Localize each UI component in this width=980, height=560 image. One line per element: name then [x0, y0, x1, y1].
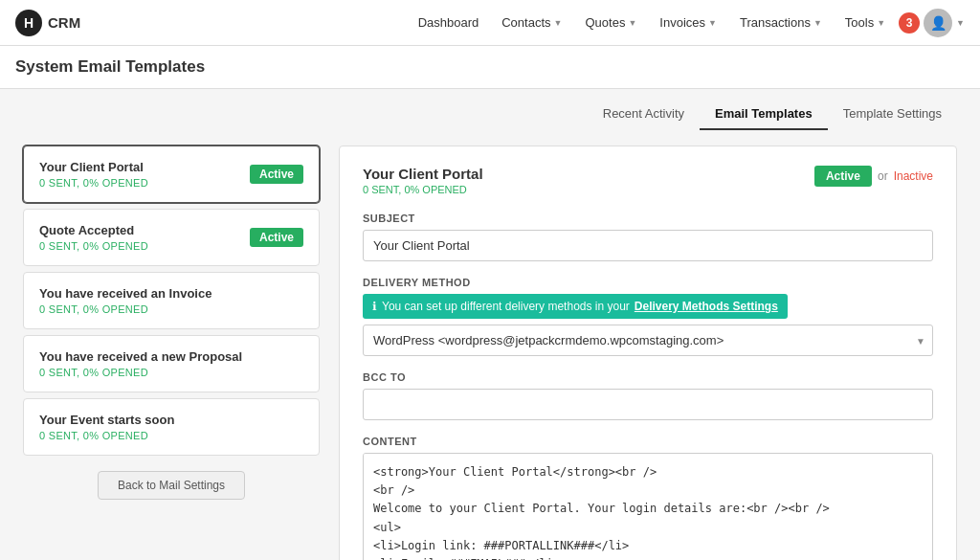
template-list: Your Client Portal 0 SENT, 0% OPENED Act…: [23, 146, 320, 560]
active-badge-0: Active: [250, 165, 303, 184]
contacts-dropdown-icon: ▼: [554, 18, 563, 28]
subject-section: SUBJECT: [363, 213, 933, 261]
tab-recent-activity[interactable]: Recent Activity: [588, 99, 700, 130]
template-meta-1: 0 SENT, 0% OPENED: [39, 240, 148, 252]
detail-title: Your Client Portal: [363, 166, 483, 182]
nav-quotes[interactable]: Quotes ▼: [575, 10, 646, 35]
main-content: Recent Activity Email Templates Template…: [0, 89, 980, 560]
tab-email-templates[interactable]: Email Templates: [700, 99, 828, 130]
content-label: CONTENT: [363, 436, 933, 447]
detail-header: Your Client Portal 0 SENT, 0% OPENED Act…: [363, 166, 933, 195]
delivery-notice-text: You can set up different delivery method…: [382, 300, 630, 313]
avatar[interactable]: 👤: [924, 9, 952, 37]
back-to-mail-settings-button[interactable]: Back to Mail Settings: [98, 471, 245, 500]
bcc-section: BCC TO: [363, 371, 933, 420]
status-controls: Active or Inactive: [814, 166, 933, 187]
subject-label: SUBJECT: [363, 213, 933, 224]
template-meta-2: 0 SENT, 0% OPENED: [39, 303, 212, 315]
template-card-quote-accepted[interactable]: Quote Accepted 0 SENT, 0% OPENED Active: [23, 209, 320, 266]
transactions-dropdown-icon: ▼: [813, 18, 822, 28]
template-meta-0: 0 SENT, 0% OPENED: [39, 177, 148, 189]
tools-dropdown-icon: ▼: [877, 18, 885, 28]
logo[interactable]: H CRM: [15, 10, 80, 36]
subject-input[interactable]: [363, 230, 933, 261]
info-icon: ℹ: [372, 300, 377, 313]
status-active-button[interactable]: Active: [814, 166, 872, 187]
template-detail-panel: Your Client Portal 0 SENT, 0% OPENED Act…: [339, 146, 957, 560]
template-name-4: Your Event starts soon: [39, 413, 174, 427]
template-card-client-portal[interactable]: Your Client Portal 0 SENT, 0% OPENED Act…: [23, 146, 320, 203]
nav-dashboard[interactable]: Dashboard: [409, 10, 489, 35]
delivery-notice: ℹ You can set up different delivery meth…: [363, 294, 788, 319]
logo-text: CRM: [48, 14, 80, 31]
page-title: System Email Templates: [15, 57, 965, 77]
tabs-row: Recent Activity Email Templates Template…: [0, 89, 980, 130]
delivery-select[interactable]: WordPress <wordpress@jetpackcrmdemo.wpco…: [363, 325, 933, 356]
tab-template-settings[interactable]: Template Settings: [828, 99, 957, 130]
detail-meta: 0 SENT, 0% OPENED: [363, 184, 483, 195]
invoices-dropdown-icon: ▼: [708, 18, 717, 28]
status-or-text: or: [878, 169, 888, 183]
bcc-input[interactable]: [363, 389, 933, 420]
back-button-wrap: Back to Mail Settings: [23, 471, 320, 500]
template-card-invoice[interactable]: You have received an Invoice 0 SENT, 0% …: [23, 272, 320, 329]
nav-links: Dashboard Contacts ▼ Quotes ▼ Invoices ▼…: [409, 9, 965, 37]
delivery-label: DELIVERY METHOD: [363, 277, 933, 288]
delivery-select-wrap: WordPress <wordpress@jetpackcrmdemo.wpco…: [363, 325, 933, 356]
active-badge-1: Active: [250, 228, 303, 247]
template-meta-3: 0 SENT, 0% OPENED: [39, 367, 242, 378]
template-name-0: Your Client Portal: [39, 160, 148, 174]
status-inactive-button[interactable]: Inactive: [894, 169, 933, 183]
delivery-row: ℹ You can set up different delivery meth…: [363, 294, 933, 319]
top-navigation: H CRM Dashboard Contacts ▼ Quotes ▼ Invo…: [0, 0, 980, 46]
content-section: CONTENT <strong>Your Client Portal</stro…: [363, 436, 933, 560]
content-textarea[interactable]: <strong>Your Client Portal</strong><br /…: [363, 453, 933, 560]
logo-icon: H: [15, 10, 42, 36]
template-card-proposal[interactable]: You have received a new Proposal 0 SENT,…: [23, 335, 320, 392]
page-title-bar: System Email Templates: [0, 46, 980, 89]
template-name-3: You have received a new Proposal: [39, 349, 242, 364]
quotes-dropdown-icon: ▼: [628, 18, 636, 28]
template-meta-4: 0 SENT, 0% OPENED: [39, 430, 174, 441]
nav-contacts[interactable]: Contacts ▼: [492, 10, 571, 35]
delivery-methods-link[interactable]: Delivery Methods Settings: [635, 300, 778, 313]
bcc-label: BCC TO: [363, 371, 933, 383]
delivery-section: DELIVERY METHOD ℹ You can set up differe…: [363, 277, 933, 356]
template-name-1: Quote Accepted: [39, 223, 148, 237]
nav-transactions[interactable]: Transactions ▼: [730, 10, 832, 35]
nav-tools[interactable]: Tools ▼: [835, 10, 895, 35]
nav-invoices[interactable]: Invoices ▼: [650, 10, 726, 35]
template-card-event[interactable]: Your Event starts soon 0 SENT, 0% OPENED: [23, 398, 320, 456]
content-area: Your Client Portal 0 SENT, 0% OPENED Act…: [0, 130, 980, 560]
avatar-dropdown-icon[interactable]: ▼: [956, 18, 965, 28]
template-name-2: You have received an Invoice: [39, 286, 212, 301]
notification-badge[interactable]: 3: [899, 12, 920, 34]
